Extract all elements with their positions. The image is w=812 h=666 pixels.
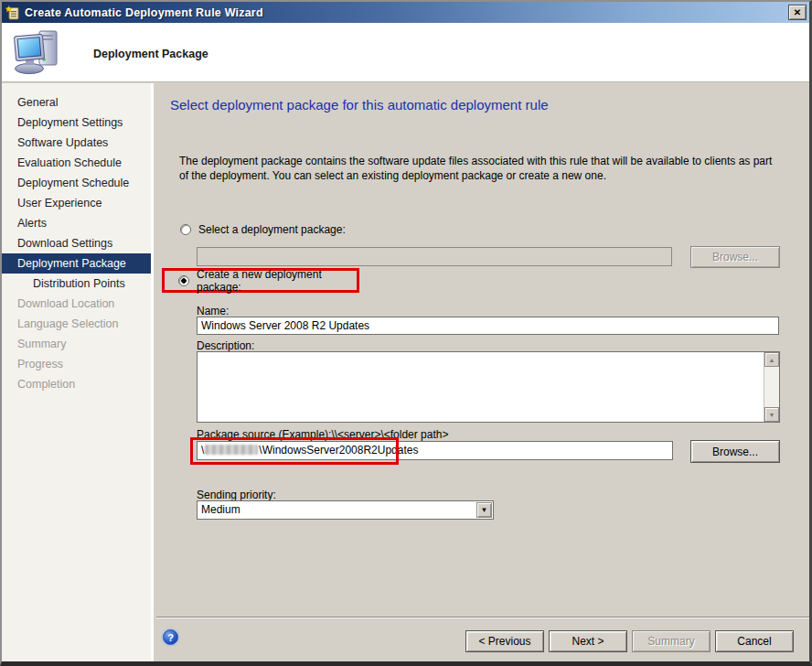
nav-item-language-selection: Language Selection bbox=[2, 314, 151, 334]
help-icon[interactable]: ? bbox=[163, 629, 178, 645]
description-textarea[interactable]: ▲ ▼ bbox=[197, 351, 780, 423]
scroll-down-button[interactable]: ▼ bbox=[764, 407, 779, 422]
existing-package-input bbox=[197, 247, 672, 266]
nav-item-alerts[interactable]: Alerts bbox=[2, 213, 151, 233]
package-source-label: Package source (Example):\\<server>\<fol… bbox=[197, 428, 448, 441]
package-source-input[interactable]: \\WindowsServer2008R2Updates bbox=[197, 441, 673, 460]
chevron-down-icon: ▼ bbox=[481, 506, 488, 514]
sending-priority-select[interactable]: Medium ▼ bbox=[197, 500, 494, 520]
redacted-server-name bbox=[205, 445, 258, 455]
nav-item-progress: Progress bbox=[2, 354, 151, 374]
select-existing-radio[interactable] bbox=[180, 224, 191, 235]
create-new-label[interactable]: Create a new deployment package: bbox=[197, 268, 357, 294]
nav-item-deployment-settings[interactable]: Deployment Settings bbox=[2, 113, 151, 133]
scroll-down-icon: ▼ bbox=[769, 412, 775, 418]
scroll-up-icon: ▲ bbox=[769, 357, 775, 363]
package-source-suffix: \WindowsServer2008R2Updates bbox=[259, 444, 418, 457]
help-glyph: ? bbox=[167, 632, 174, 643]
page-title: Select deployment package for this autom… bbox=[170, 97, 549, 113]
footer-divider bbox=[156, 617, 809, 618]
nav-item-download-settings[interactable]: Download Settings bbox=[2, 233, 151, 253]
nav-item-general[interactable]: General bbox=[2, 92, 151, 113]
nav-item-evaluation-schedule[interactable]: Evaluation Schedule bbox=[2, 153, 151, 173]
close-button[interactable]: ✕ bbox=[788, 5, 807, 20]
sending-priority-value: Medium bbox=[201, 503, 240, 516]
next-button[interactable]: Next > bbox=[549, 630, 627, 652]
computer-icon bbox=[13, 28, 62, 80]
window-title: Create Automatic Deployment Rule Wizard bbox=[25, 6, 263, 19]
description-label: Description: bbox=[197, 339, 254, 352]
cancel-button[interactable]: Cancel bbox=[715, 630, 794, 652]
wizard-body: General Deployment Settings Software Upd… bbox=[2, 83, 809, 661]
nav-item-distribution-points[interactable]: Distribution Points bbox=[2, 274, 151, 294]
create-new-highlight: Create a new deployment package: bbox=[162, 268, 359, 293]
nav-item-deployment-schedule[interactable]: Deployment Schedule bbox=[2, 173, 151, 193]
browse-source-button[interactable]: Browse... bbox=[690, 440, 780, 463]
name-input[interactable] bbox=[197, 317, 779, 335]
previous-button[interactable]: < Previous bbox=[465, 630, 544, 652]
intro-text: The deployment package contains the soft… bbox=[179, 154, 774, 183]
nav-item-download-location: Download Location bbox=[2, 294, 151, 314]
scroll-up-button[interactable]: ▲ bbox=[764, 352, 779, 367]
create-new-radio[interactable] bbox=[178, 275, 189, 286]
wizard-nav: General Deployment Settings Software Upd… bbox=[2, 83, 154, 661]
select-existing-label[interactable]: Select a deployment package: bbox=[198, 223, 346, 236]
summary-button: Summary bbox=[632, 630, 710, 652]
browse-existing-button: Browse... bbox=[690, 246, 780, 268]
package-source-prefix: \ bbox=[201, 444, 204, 457]
wizard-window-icon bbox=[5, 5, 20, 20]
sending-priority-label: Sending priority: bbox=[197, 489, 276, 501]
dropdown-button[interactable]: ▼ bbox=[476, 502, 492, 518]
nav-item-completion: Completion bbox=[2, 374, 151, 394]
nav-item-user-experience[interactable]: User Experience bbox=[2, 193, 151, 213]
nav-item-software-updates[interactable]: Software Updates bbox=[2, 133, 151, 153]
select-existing-row: Select a deployment package: bbox=[180, 223, 346, 236]
wizard-content: Select deployment package for this autom… bbox=[156, 83, 809, 661]
wizard-header: Deployment Package bbox=[2, 23, 809, 82]
nav-item-deployment-package[interactable]: Deployment Package bbox=[2, 253, 151, 274]
description-scrollbar[interactable]: ▲ ▼ bbox=[764, 352, 779, 422]
wizard-step-title: Deployment Package bbox=[93, 48, 208, 60]
titlebar[interactable]: Create Automatic Deployment Rule Wizard … bbox=[2, 2, 809, 23]
name-label: Name: bbox=[197, 305, 229, 317]
nav-item-summary: Summary bbox=[2, 334, 151, 354]
close-icon: ✕ bbox=[794, 7, 801, 17]
wizard-window: Create Automatic Deployment Rule Wizard … bbox=[0, 0, 812, 666]
